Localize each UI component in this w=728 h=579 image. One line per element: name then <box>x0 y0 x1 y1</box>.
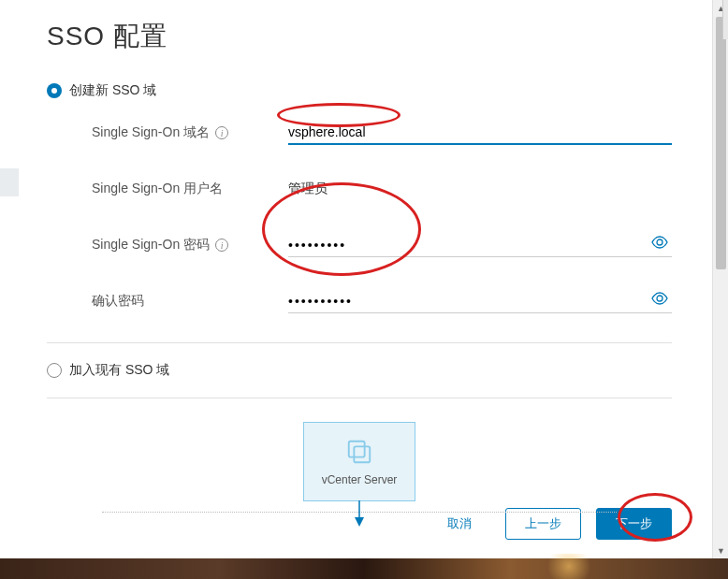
divider <box>47 342 672 343</box>
right-margin-stub <box>722 0 728 39</box>
row-sso-domain: Single Sign-On 域名 i <box>92 118 672 148</box>
eye-icon[interactable] <box>651 292 668 309</box>
radio-unselected-icon <box>47 363 62 378</box>
scrollbar[interactable]: ▲ ▼ <box>712 0 728 558</box>
vcenter-label: vCenter Server <box>322 473 398 486</box>
vcenter-icon <box>345 438 373 466</box>
info-icon[interactable]: i <box>215 126 228 139</box>
value-sso-username: 管理员 <box>288 177 672 201</box>
row-confirm-password: 确认密码 <box>92 286 672 316</box>
label-confirm-password: 确认密码 <box>92 293 288 310</box>
arrow-down-icon <box>352 500 367 527</box>
background-image-strip <box>0 558 728 579</box>
label-sso-username: Single Sign-On 用户名 <box>92 181 288 197</box>
divider <box>47 398 672 398</box>
option-create-label: 创建新 SSO 域 <box>69 82 156 99</box>
scrollbar-thumb[interactable] <box>716 17 726 269</box>
info-icon[interactable]: i <box>215 239 228 252</box>
scroll-down-icon[interactable]: ▼ <box>713 543 728 558</box>
previous-button[interactable]: 上一步 <box>505 508 581 540</box>
input-sso-password[interactable] <box>288 234 672 257</box>
diagram-area: vCenter Server <box>47 422 672 527</box>
option-join-label: 加入现有 SSO 域 <box>69 362 169 379</box>
radio-selected-icon <box>47 83 62 98</box>
label-sso-domain: Single Sign-On 域名 i <box>92 124 288 141</box>
svg-rect-0 <box>349 441 365 456</box>
next-button[interactable]: 下一步 <box>596 508 672 540</box>
label-sso-password: Single Sign-On 密码 i <box>92 237 288 253</box>
input-sso-domain[interactable] <box>288 121 672 145</box>
eye-icon[interactable] <box>651 236 668 253</box>
svg-marker-3 <box>355 517 364 527</box>
cancel-button[interactable]: 取消 <box>429 509 490 539</box>
button-row: 取消 上一步 下一步 <box>429 508 672 540</box>
vcenter-server-box: vCenter Server <box>303 422 415 501</box>
row-sso-username: Single Sign-On 用户名 管理员 <box>92 174 672 204</box>
option-create-new-sso[interactable]: 创建新 SSO 域 <box>47 82 672 99</box>
page-title: SSO 配置 <box>47 19 672 54</box>
option-join-existing-sso[interactable]: 加入现有 SSO 域 <box>47 362 672 379</box>
input-confirm-password[interactable] <box>288 290 672 313</box>
svg-rect-1 <box>354 446 370 462</box>
row-sso-password: Single Sign-On 密码 i <box>92 230 672 260</box>
